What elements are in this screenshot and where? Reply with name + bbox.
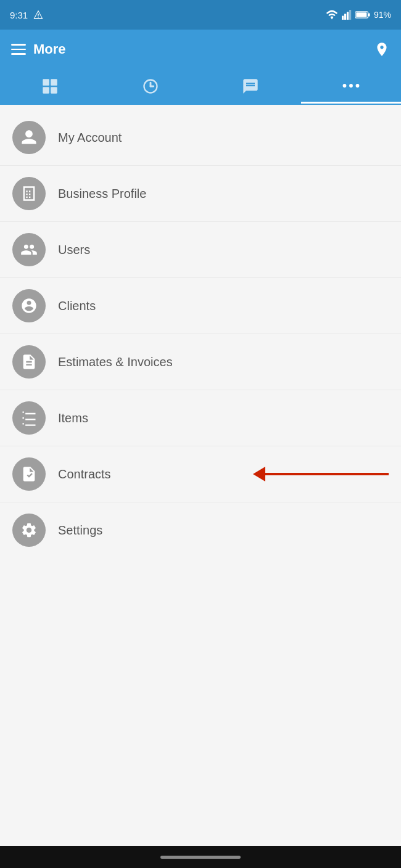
menu-item-items[interactable]: Items (0, 390, 401, 446)
settings-icon-circle (12, 514, 46, 547)
app-header: More (0, 30, 401, 69)
contracts-label: Contracts (58, 467, 111, 481)
arrow-head (253, 467, 265, 481)
status-bar-left: 9:31 (10, 9, 44, 20)
contracts-icon-circle (12, 457, 46, 491)
location-pin-icon[interactable] (374, 41, 390, 57)
navigation-tabs (0, 69, 401, 105)
svg-rect-0 (342, 16, 344, 20)
menu-item-settings[interactable]: Settings (0, 502, 401, 558)
menu-item-business-profile[interactable]: Business Profile (0, 166, 401, 222)
clients-label: Clients (58, 299, 96, 313)
svg-rect-7 (43, 79, 50, 86)
svg-rect-8 (51, 79, 57, 86)
home-bar (0, 846, 401, 868)
business-profile-label: Business Profile (58, 187, 146, 201)
estimates-invoices-icon-circle (12, 345, 46, 379)
svg-point-12 (342, 84, 346, 88)
my-account-icon-circle (12, 121, 46, 154)
header-left: More (11, 41, 66, 57)
svg-rect-5 (368, 13, 370, 16)
header-title: More (33, 41, 66, 57)
items-icon-circle (12, 401, 46, 435)
svg-rect-2 (347, 12, 349, 20)
svg-point-14 (355, 84, 359, 88)
status-bar-right: 91% (326, 10, 391, 20)
business-profile-icon-circle (12, 177, 46, 210)
menu-item-users[interactable]: Users (0, 222, 401, 278)
svg-rect-3 (349, 10, 351, 20)
items-label: Items (58, 411, 88, 425)
tab-more[interactable] (301, 69, 402, 104)
svg-rect-10 (51, 87, 57, 94)
time-display: 9:31 (10, 10, 28, 20)
svg-rect-9 (43, 87, 50, 94)
wifi-icon (326, 10, 338, 20)
menu-item-my-account[interactable]: My Account (0, 110, 401, 166)
svg-rect-1 (344, 14, 346, 20)
arrow-line (265, 473, 389, 475)
arrow-annotation (253, 467, 389, 481)
estimates-invoices-label: Estimates & Invoices (58, 355, 173, 369)
clients-icon-circle (12, 289, 46, 322)
menu-list: My Account Business Profile Users Client… (0, 105, 401, 846)
signal-icon (342, 10, 352, 20)
svg-point-13 (349, 84, 353, 88)
menu-item-clients[interactable]: Clients (0, 278, 401, 334)
battery-icon (355, 10, 370, 19)
settings-label: Settings (58, 523, 102, 538)
status-bar: 9:31 91% (0, 0, 401, 30)
alert-icon (33, 9, 44, 20)
home-indicator (160, 856, 241, 859)
svg-rect-6 (356, 12, 366, 17)
users-label: Users (58, 243, 90, 257)
menu-item-estimates-invoices[interactable]: Estimates & Invoices (0, 334, 401, 390)
menu-item-contracts[interactable]: Contracts (0, 446, 401, 502)
tab-chat[interactable] (200, 69, 301, 104)
hamburger-menu-icon[interactable] (11, 44, 26, 55)
battery-level: 91% (374, 10, 391, 20)
my-account-label: My Account (58, 131, 122, 145)
tab-timer[interactable] (101, 69, 201, 104)
tab-grid[interactable] (0, 69, 101, 104)
users-icon-circle (12, 233, 46, 266)
